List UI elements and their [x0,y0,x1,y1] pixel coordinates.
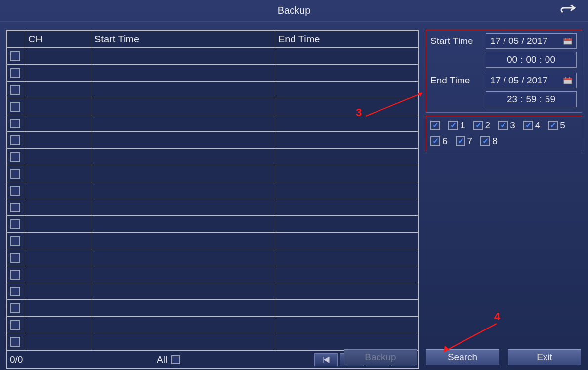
row-checkbox[interactable] [10,85,20,95]
row-checkbox[interactable] [10,303,20,313]
results-table: CH Start Time End Time 0/0 All [6,30,419,369]
channel-label: 4 [535,120,541,131]
back-icon[interactable] [559,5,577,19]
row-checkbox[interactable] [10,186,20,196]
select-all-label: All [157,354,167,365]
row-checkbox[interactable] [10,287,20,296]
row-checkbox[interactable] [10,119,20,128]
table-row [7,300,418,317]
row-checkbox[interactable] [10,152,20,162]
row-checkbox[interactable] [10,135,20,145]
table-row [7,48,418,65]
start-time-label: Start Time [430,36,486,46]
svg-rect-1 [564,39,572,41]
start-date-input[interactable]: 17 / 05 / 2017 [486,33,577,49]
page-title: Backup [278,5,311,16]
calendar-icon [563,37,572,45]
search-button[interactable]: Search [426,349,499,365]
table-row [7,65,418,82]
col-header-ch: CH [25,31,91,48]
end-date-input[interactable]: 17 / 05 / 2017 [486,73,577,88]
channel-checkbox[interactable] [430,136,440,146]
channel-label: 8 [492,136,498,147]
row-checkbox[interactable] [10,219,20,229]
channel-checkbox[interactable] [480,136,490,146]
table-row [7,249,418,266]
pager-count: 0/0 [10,354,23,365]
channel-checkbox[interactable] [548,121,558,130]
row-checkbox[interactable] [10,320,20,330]
table-row [7,182,418,199]
channels-panel: 12345678 [426,116,582,151]
table-row [7,317,418,333]
end-time-label: End Time [430,75,486,86]
table-row [7,98,418,115]
svg-rect-5 [564,78,572,80]
channel-label: 6 [442,136,448,147]
col-header-end: End Time [275,31,418,48]
table-row [7,333,418,350]
channel-label: 5 [560,120,565,131]
row-checkbox[interactable] [10,203,20,212]
end-time-input[interactable]: 23 : 59 : 59 [486,91,577,107]
col-header-checkbox [7,31,25,48]
row-checkbox[interactable] [10,337,20,347]
table-row [7,199,418,216]
time-range-panel: Start Time 17 / 05 / 2017 00 : 00 : 00 E… [426,30,582,113]
row-checkbox[interactable] [10,68,20,78]
channel-all-checkbox[interactable] [430,121,440,130]
first-page-button[interactable] [314,353,338,366]
table-row [7,82,418,98]
channel-label: 3 [510,120,515,131]
table-row [7,149,418,165]
table-row [7,233,418,249]
table-row [7,266,418,283]
channel-label: 1 [460,120,465,131]
row-checkbox[interactable] [10,236,20,246]
channel-checkbox[interactable] [473,121,483,130]
channel-checkbox[interactable] [498,121,508,130]
select-all-checkbox[interactable] [171,355,180,364]
table-row [7,132,418,149]
channel-checkbox[interactable] [523,121,533,130]
backup-button[interactable]: Backup [344,349,417,365]
table-row [7,283,418,300]
row-checkbox[interactable] [10,270,20,280]
row-checkbox[interactable] [10,253,20,263]
channel-label: 7 [467,136,473,147]
start-time-input[interactable]: 00 : 00 : 00 [486,52,577,68]
table-row [7,115,418,132]
channel-label: 2 [485,120,491,131]
exit-button[interactable]: Exit [508,349,581,365]
row-checkbox[interactable] [10,169,20,179]
channel-checkbox[interactable] [448,121,458,130]
row-checkbox[interactable] [10,51,20,61]
channel-checkbox[interactable] [456,136,465,146]
table-row [7,165,418,182]
calendar-icon [563,77,572,84]
row-checkbox[interactable] [10,102,20,112]
col-header-start: Start Time [91,31,275,48]
table-row [7,216,418,233]
